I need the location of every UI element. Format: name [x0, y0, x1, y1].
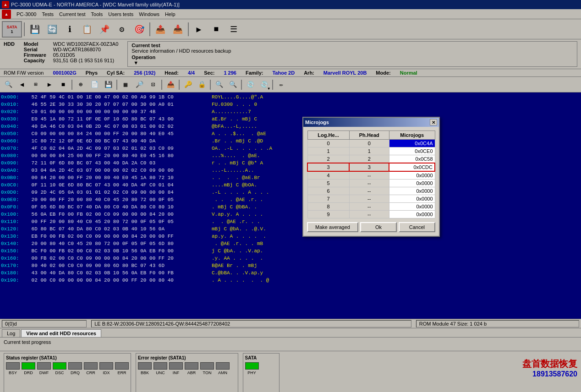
row5-ph: -- — [349, 180, 389, 187]
col-ph-head: Ph.Head — [349, 131, 389, 140]
row5-val[interactable]: 0x0000 — [389, 180, 435, 187]
col-microjogs: Microjogs — [389, 131, 435, 140]
row7-ph: -- — [349, 195, 389, 203]
table-row-6: 6 -- 0x0000 — [307, 187, 435, 195]
row1-val[interactable]: 0x0CE0 — [389, 147, 435, 155]
row5-log: 5 — [307, 180, 349, 187]
table-row-3: 3 3 0x0CDC — [307, 163, 435, 171]
cancel-button[interactable]: Cancel — [399, 222, 435, 232]
dialog-content: Log.He... Ph.Head Microjogs 0 0 0x0C4A 1… — [303, 127, 439, 236]
row4-val[interactable]: 0x0000 — [389, 171, 435, 180]
row6-ph: -- — [349, 187, 389, 195]
row8-ph: -- — [349, 203, 389, 211]
row2-val[interactable]: 0x0C58 — [389, 155, 435, 163]
dialog-title: Microjogs — [305, 120, 329, 125]
ok-button[interactable]: Ok — [360, 222, 397, 232]
row1-log: 1 — [307, 147, 349, 155]
row2-log: 2 — [307, 155, 349, 163]
col-log-head: Log.He... — [307, 131, 349, 140]
row9-val[interactable]: 0x0000 — [389, 211, 435, 218]
row4-ph: -- — [349, 171, 389, 180]
row0-log: 0 — [307, 140, 349, 147]
row9-ph: -- — [349, 211, 389, 218]
row0-ph: 0 — [349, 140, 389, 147]
row8-log: 8 — [307, 203, 349, 211]
row2-ph: 2 — [349, 155, 389, 163]
row0-val[interactable]: 0x0C4A — [389, 140, 435, 147]
microjogs-dialog: Microjogs ✕ Log.He... Ph.Head Microjogs … — [302, 117, 440, 237]
row1-ph: 1 — [349, 147, 389, 155]
table-row-4: 4 -- 0x0000 — [307, 171, 435, 180]
table-row-1: 1 1 0x0CE0 — [307, 147, 435, 155]
table-row-5: 5 -- 0x0000 — [307, 180, 435, 187]
table-row-2: 2 2 0x0C58 — [307, 155, 435, 163]
table-row-7: 7 -- 0x0000 — [307, 195, 435, 203]
row7-val[interactable]: 0x0000 — [389, 195, 435, 203]
row4-log: 4 — [307, 171, 349, 180]
row7-log: 7 — [307, 195, 349, 203]
make-averaged-button[interactable]: Make averaged — [307, 222, 358, 232]
dialog-title-bar: Microjogs ✕ — [303, 118, 439, 127]
dialog-buttons: Make averaged Ok Cancel — [307, 222, 435, 232]
table-row-9: 9 -- 0x0000 — [307, 211, 435, 218]
row8-val[interactable]: 0x0000 — [389, 203, 435, 211]
table-row-0: 0 0 0x0C4A — [307, 140, 435, 147]
microjogs-table: Log.He... Ph.Head Microjogs 0 0 0x0C4A 1… — [307, 131, 435, 218]
dialog-close-button[interactable]: ✕ — [430, 119, 437, 125]
table-row-8: 8 -- 0x0000 — [307, 203, 435, 211]
row3-val[interactable]: 0x0CDC — [389, 163, 435, 171]
row3-log: 3 — [307, 163, 349, 171]
row3-ph: 3 — [349, 163, 389, 171]
row6-val[interactable]: 0x0000 — [389, 187, 435, 195]
row9-log: 9 — [307, 211, 349, 218]
row6-log: 6 — [307, 187, 349, 195]
modal-overlay — [0, 0, 581, 392]
